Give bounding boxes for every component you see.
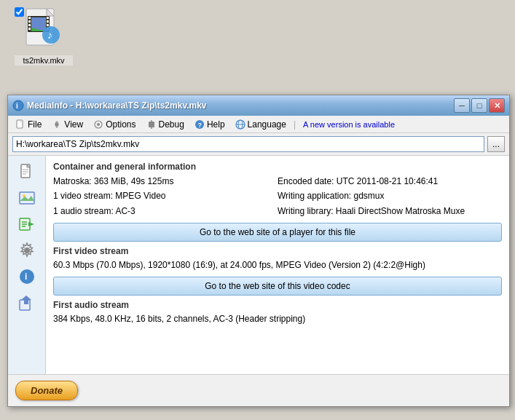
video-info: 60.3 Mbps (70.0 Mbps), 1920*1080 (16:9),… xyxy=(53,258,502,272)
file-icon-desktop[interactable]: ♪ ts2mkv.mkv xyxy=(15,7,73,66)
sidebar-image-icon[interactable] xyxy=(15,186,39,210)
main-window: i MediaInfo - H:\workarea\TS Zip\ts2mkv.… xyxy=(7,95,510,407)
view-menu-icon xyxy=(52,119,62,130)
general-section: Container and general information Matros… xyxy=(53,162,502,218)
audio-section: First audio stream 384 Kbps, 48.0 KHz, 1… xyxy=(53,300,502,326)
file-menu-icon xyxy=(15,119,25,130)
sidebar-export-icon[interactable] xyxy=(15,291,39,314)
svg-rect-4 xyxy=(28,17,31,19)
general-info-grid: Matroska: 363 MiB, 49s 125ms Encoded dat… xyxy=(53,174,502,218)
donate-button[interactable]: Donate xyxy=(15,381,78,400)
menu-view[interactable]: View xyxy=(47,118,87,131)
svg-text:♪: ♪ xyxy=(47,29,52,41)
menu-language[interactable]: Language xyxy=(231,118,291,131)
window-title: MediaInfo - H:\workarea\TS Zip\ts2mkv.mk… xyxy=(27,100,454,111)
sidebar-file-icon[interactable] xyxy=(15,160,39,183)
debug-menu-icon xyxy=(146,119,157,130)
svg-text:i: i xyxy=(25,272,27,282)
svg-text:i: i xyxy=(16,102,18,110)
menu-separator: | xyxy=(292,119,297,130)
video-section: First video stream 60.3 Mbps (70.0 Mbps)… xyxy=(53,246,502,272)
svg-point-22 xyxy=(97,123,100,126)
sidebar-info-icon[interactable]: i xyxy=(15,265,39,288)
desktop: ♪ ts2mkv.mkv i MediaInfo - H:\workarea\T… xyxy=(0,0,515,420)
audio-title: First audio stream xyxy=(53,300,502,310)
svg-rect-7 xyxy=(28,28,31,30)
menu-debug[interactable]: Debug xyxy=(142,118,189,131)
svg-rect-18 xyxy=(17,120,23,128)
general-line1-left: Matroska: 363 MiB, 49s 125ms xyxy=(53,174,278,189)
menu-bar: File View Options xyxy=(8,116,509,133)
address-browse-button[interactable]: ... xyxy=(487,136,505,152)
donate-section: Donate xyxy=(8,374,509,406)
general-line1-right: Encoded date: UTC 2011-08-21 10:46:41 xyxy=(278,174,502,189)
minimize-button[interactable]: ─ xyxy=(454,98,470,113)
general-line2-right: Writing application: gdsmux xyxy=(278,189,502,203)
general-line3-left: 1 audio stream: AC-3 xyxy=(53,204,278,218)
title-bar: i MediaInfo - H:\workarea\TS Zip\ts2mkv.… xyxy=(8,95,509,116)
svg-marker-40 xyxy=(28,222,34,226)
file-icon-label: ts2mkv.mkv xyxy=(15,55,73,66)
file-icon-image: ♪ xyxy=(20,7,67,54)
general-line2-left: 1 video stream: MPEG Video xyxy=(53,189,278,203)
svg-point-44 xyxy=(24,247,30,253)
svg-rect-23 xyxy=(149,122,154,127)
language-menu-icon xyxy=(235,119,245,130)
svg-rect-5 xyxy=(28,20,31,23)
svg-rect-8 xyxy=(47,17,49,19)
sidebar: i xyxy=(8,156,46,374)
menu-help-label: Help xyxy=(207,119,225,130)
video-title: First video stream xyxy=(53,246,502,256)
codec-website-button[interactable]: Go to the web site of this video codec xyxy=(53,277,502,296)
svg-point-16 xyxy=(13,100,23,111)
app-icon: i xyxy=(12,100,24,111)
sidebar-forward-icon[interactable] xyxy=(15,213,39,236)
menu-help[interactable]: ? Help xyxy=(190,118,229,131)
svg-rect-10 xyxy=(47,24,49,26)
help-menu-icon: ? xyxy=(194,119,205,130)
svg-point-20 xyxy=(55,123,58,126)
menu-debug-label: Debug xyxy=(159,119,184,130)
content-area: i Container and general information Matr xyxy=(8,156,509,374)
menu-view-label: View xyxy=(64,119,83,130)
svg-rect-6 xyxy=(28,24,31,26)
general-title: Container and general information xyxy=(53,162,502,172)
address-bar: ... xyxy=(8,133,509,156)
menu-language-label: Language xyxy=(248,119,286,130)
address-input[interactable] xyxy=(12,136,484,152)
window-controls: ─ □ ✕ xyxy=(454,98,505,113)
sidebar-settings-icon[interactable] xyxy=(15,239,39,262)
maximize-button[interactable]: □ xyxy=(471,98,487,113)
player-website-button[interactable]: Go to the web site of a player for this … xyxy=(53,223,502,242)
close-button[interactable]: ✕ xyxy=(489,98,505,113)
svg-text:?: ? xyxy=(197,122,202,129)
menu-options[interactable]: Options xyxy=(89,118,140,131)
menu-file[interactable]: File xyxy=(11,118,46,131)
main-content: Container and general information Matros… xyxy=(46,156,509,374)
options-menu-icon xyxy=(93,119,103,130)
menu-options-label: Options xyxy=(106,119,135,130)
menu-new-version: A new version is available xyxy=(299,119,399,130)
svg-rect-9 xyxy=(47,20,49,23)
audio-info: 384 Kbps, 48.0 KHz, 16 bits, 2 channels,… xyxy=(53,312,502,326)
general-line3-right: Writing library: Haali DirectShow Matros… xyxy=(278,204,502,218)
menu-file-label: File xyxy=(28,119,42,130)
